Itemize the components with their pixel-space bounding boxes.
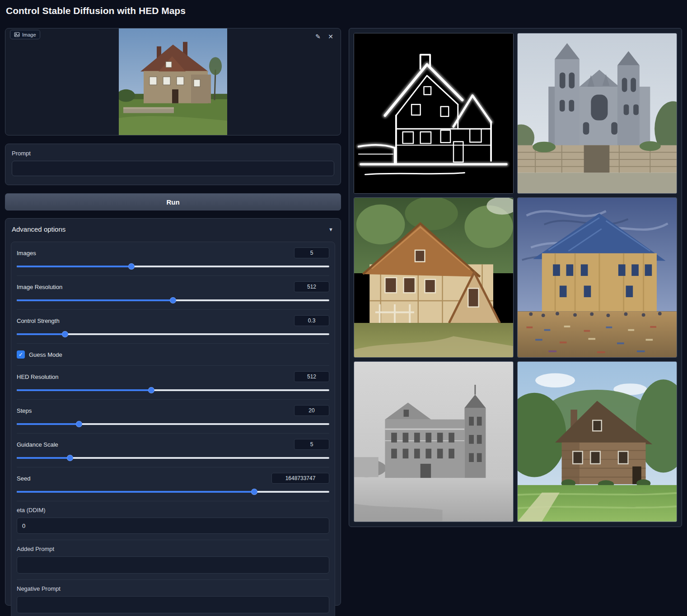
slider-handle[interactable] [76, 421, 82, 427]
gallery-item-stylized-painting[interactable] [517, 197, 677, 358]
slider-row-steps: Steps [17, 400, 329, 434]
slider-row-control-strength: Control Strength [17, 310, 329, 344]
slider-fill [17, 266, 131, 267]
prompt-input[interactable] [12, 161, 334, 176]
hed-resolution-label: HED Resolution [17, 373, 59, 380]
slider-fill [17, 491, 254, 493]
close-icon: ✕ [328, 33, 333, 40]
added-prompt-row: Added Prompt [17, 540, 329, 580]
gallery-item-grayscale-building[interactable] [354, 361, 514, 522]
advanced-options-panel: Advanced options ▼ Images Image Resoluti… [5, 218, 341, 606]
eta-row: eta (DDIM) [17, 501, 329, 540]
gallery-item-painted-cottage[interactable] [354, 197, 514, 358]
slider-handle[interactable] [67, 455, 73, 461]
guidance-scale-slider[interactable] [17, 455, 329, 461]
gallery-item-stone-cathedral[interactable] [517, 33, 677, 194]
uploaded-house-photo [119, 28, 227, 135]
control-strength-slider[interactable] [17, 331, 329, 337]
clear-image-button[interactable]: ✕ [325, 31, 336, 42]
controls-column: Image ✎ ✕ [5, 28, 341, 606]
gallery-grid [354, 33, 677, 522]
slider-fill [17, 333, 65, 335]
hed-edge-map-image [354, 33, 513, 193]
edit-image-button[interactable]: ✎ [313, 31, 323, 42]
slider-handle[interactable] [148, 387, 154, 393]
slider-fill [17, 457, 70, 459]
control-strength-number-input[interactable] [294, 315, 329, 326]
image-resolution-slider[interactable] [17, 297, 329, 303]
steps-number-input[interactable] [294, 405, 329, 416]
added-prompt-input[interactable] [17, 556, 329, 574]
stone-cathedral-image [518, 33, 677, 193]
seed-number-input[interactable] [271, 473, 329, 484]
negative-prompt-label: Negative Prompt [17, 585, 329, 592]
control-strength-label: Control Strength [17, 317, 60, 324]
pencil-icon: ✎ [315, 33, 321, 40]
slider-row-guidance-scale: Guidance Scale [17, 434, 329, 467]
gallery-item-timber-house[interactable] [517, 361, 677, 522]
image-input-label: Image [10, 30, 40, 39]
images-label: Images [17, 250, 36, 257]
guess-mode-row: ✓ Guess Mode [17, 344, 329, 366]
stylized-painting-image [518, 198, 677, 358]
seed-label: Seed [17, 475, 30, 482]
image-icon [14, 32, 20, 37]
image-input-panel: Image ✎ ✕ [5, 28, 341, 135]
advanced-options-title: Advanced options [12, 225, 65, 233]
check-icon: ✓ [19, 351, 23, 358]
image-input-label-text: Image [22, 32, 36, 37]
slider-handle[interactable] [128, 263, 135, 270]
guidance-scale-label: Guidance Scale [17, 441, 58, 448]
page-title: Control Stable Diffusion with HED Maps [6, 5, 186, 16]
slider-handle[interactable] [251, 489, 257, 495]
slider-row-images: Images [17, 242, 329, 276]
guidance-scale-number-input[interactable] [294, 439, 329, 450]
painted-cottage-image [354, 198, 513, 358]
negative-prompt-input[interactable] [17, 596, 329, 613]
slider-row-seed: Seed [17, 467, 329, 501]
slider-row-image-resolution: Image Resolution [17, 276, 329, 310]
steps-slider[interactable] [17, 421, 329, 427]
chevron-down-icon: ▼ [328, 227, 333, 232]
timber-house-image [518, 362, 677, 522]
seed-slider[interactable] [17, 489, 329, 495]
gallery-item-hed-edge-map[interactable] [354, 33, 514, 194]
eta-input[interactable] [17, 518, 329, 534]
slider-handle[interactable] [170, 297, 176, 303]
uploaded-image[interactable] [119, 28, 227, 135]
eta-label: eta (DDIM) [17, 507, 329, 513]
slider-handle[interactable] [62, 331, 68, 337]
run-button[interactable]: Run [5, 193, 341, 210]
prompt-label: Prompt [12, 150, 334, 157]
slider-fill [17, 423, 79, 425]
images-slider[interactable] [17, 263, 329, 270]
slider-row-hed-resolution: HED Resolution [17, 366, 329, 400]
advanced-options-toggle[interactable]: Advanced options ▼ [5, 219, 341, 239]
hed-resolution-slider[interactable] [17, 387, 329, 393]
output-gallery [349, 28, 682, 527]
prompt-panel: Prompt [5, 144, 341, 185]
images-number-input[interactable] [294, 247, 329, 258]
negative-prompt-row: Negative Prompt [17, 580, 329, 616]
guess-mode-label: Guess Mode [29, 351, 62, 358]
advanced-options-form: Images Image Resolution [11, 242, 335, 616]
steps-label: Steps [17, 407, 32, 414]
added-prompt-label: Added Prompt [17, 546, 329, 552]
grayscale-building-image [354, 362, 513, 522]
image-toolbar: ✎ ✕ [313, 31, 336, 42]
slider-fill [17, 299, 173, 301]
image-resolution-number-input[interactable] [294, 281, 329, 292]
slider-fill [17, 389, 151, 391]
image-resolution-label: Image Resolution [17, 284, 62, 290]
guess-mode-checkbox[interactable]: ✓ [17, 350, 25, 359]
hed-resolution-number-input[interactable] [294, 371, 329, 382]
